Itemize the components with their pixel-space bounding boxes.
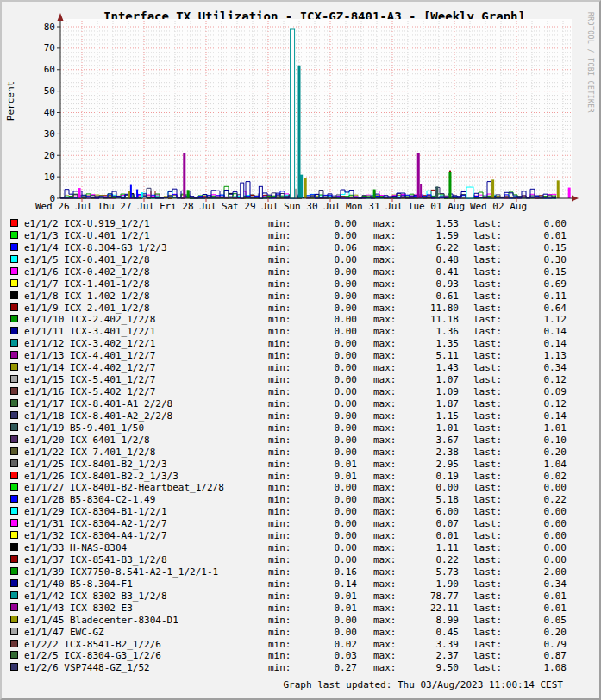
- series-last-value: 0.01: [491, 603, 567, 614]
- x-tick-label: Thu 27 Jul: [97, 201, 154, 212]
- series-max-value: 0.93: [391, 278, 459, 290]
- series-last-value: 0.09: [491, 386, 567, 397]
- series-color-swatch: [10, 543, 18, 551]
- legend-row: e1/1/14 ICX-4.402_1/2/7min:0.00max:1.43l…: [2, 362, 601, 374]
- series-min-value: 0.00: [286, 554, 357, 566]
- series-label: e1/2/5 ICX-8304-G3_1/2/6: [24, 650, 161, 661]
- series-last-value: 0.12: [491, 398, 567, 409]
- legend-row: e1/1/11 ICX-3.401_1/2/1min:0.00max:1.36l…: [2, 326, 601, 338]
- series-color-swatch: [10, 231, 18, 239]
- legend-row: e1/1/13 ICX-4.401_1/2/7min:0.00max:5.11l…: [2, 350, 601, 362]
- series-color-swatch: [10, 519, 18, 527]
- legend-row: e1/1/19 B5-9.401_1/50min:0.00max:1.01las…: [2, 422, 601, 434]
- mrtg-weekly-graph-page: Interface TX Utilization - ICX-GZ-8401-A…: [0, 0, 601, 700]
- series-color-swatch: [10, 603, 18, 611]
- series-label: e1/1/17 ICX-8.401-A1_2/2/8: [24, 398, 172, 409]
- series-last-value: 0.00: [491, 530, 567, 541]
- series-label: e1/1/33 H-NAS-8304: [24, 542, 127, 553]
- series-last-value: 0.14: [491, 326, 567, 337]
- series-last-value: 0.34: [491, 362, 567, 373]
- series-last-value: 2.00: [491, 566, 567, 578]
- series-color-swatch: [10, 435, 18, 443]
- series-min-value: 0.00: [286, 230, 357, 241]
- series-label: e1/2/2 ICX-8541-B2_1/2/6: [24, 639, 161, 650]
- legend-row: e1/1/28 B5-8304-C2-1.49min:0.00max:5.18l…: [2, 494, 601, 506]
- series-label: e1/1/3 ICX-U.401_1/2/1: [24, 230, 150, 241]
- series-last-value: 0.02: [491, 471, 567, 482]
- series-max-value: 0.41: [391, 266, 459, 278]
- x-tick-label: Fri 28 Jul: [160, 201, 216, 212]
- series-label: e1/1/13 ICX-4.401_1/2/7: [24, 350, 155, 361]
- y-tick-label: 30: [44, 128, 55, 140]
- series-last-value: 0.00: [491, 554, 567, 566]
- x-tick-label: Mon 31 Jul: [346, 201, 403, 212]
- series-color-swatch: [10, 351, 18, 359]
- legend-row: e1/1/5 ICX-0.401_1/2/8min:0.00max:0.48la…: [2, 254, 601, 266]
- legend-row: e1/1/16 ICX-5.402_1/2/7min:0.00max:1.09l…: [2, 386, 601, 398]
- series-last-value: 0.00: [491, 506, 567, 517]
- series-color-swatch: [10, 663, 18, 671]
- series-label: e1/1/43 ICX-8302-E3: [24, 603, 133, 614]
- series-max-value: 8.99: [391, 615, 459, 626]
- series-last-value: 1.04: [491, 459, 567, 470]
- series-max-value: 2.38: [391, 447, 459, 458]
- series-last-value: 0.30: [491, 254, 567, 266]
- series-min-value: 0.00: [286, 266, 357, 278]
- series-min-value: 0.01: [286, 459, 357, 470]
- series-label: e1/1/6 ICX-0.402_1/2/8: [24, 266, 150, 278]
- series-min-value: 0.01: [286, 471, 357, 482]
- series-color-swatch: [10, 255, 18, 263]
- series-label: e1/1/47 EWC-GZ: [24, 627, 104, 638]
- series-max-value: 5.73: [391, 566, 459, 578]
- series-max-value: 0.61: [391, 291, 459, 302]
- series-last-value: 0.69: [491, 278, 567, 290]
- legend-row: e1/1/33 H-NAS-8304min:0.00max:1.11last:0…: [2, 542, 601, 554]
- last-updated-text: Graph last updated: Thu 03/Aug/2023 11:0…: [283, 679, 563, 691]
- x-tick-label: Sat 29 Jul: [222, 201, 279, 212]
- series-label: e1/1/29 ICX-8304-B1-1/2/1: [24, 506, 167, 517]
- series-label: e1/1/26 ICX-8401-B2-2_1/3/3: [24, 471, 178, 482]
- series-min-value: 0.00: [286, 542, 357, 553]
- legend-row: e1/1/6 ICX-0.402_1/2/8min:0.00max:0.41la…: [2, 266, 601, 278]
- legend-row: e1/1/26 ICX-8401-B2-2_1/3/3min:0.01max:0…: [2, 471, 601, 483]
- series-color-swatch: [10, 399, 18, 407]
- series-min-value: 0.00: [286, 350, 357, 361]
- series-label: e1/1/31 ICX-8304-A2-1/2/7: [24, 518, 167, 529]
- series-color-swatch: [10, 651, 18, 659]
- series-last-value: 0.20: [491, 447, 567, 458]
- series-min-value: 0.16: [286, 566, 357, 578]
- series-min-value: 0.00: [286, 506, 357, 517]
- series-label: e1/1/37 ICX-8541-B3_1/2/8: [24, 554, 167, 566]
- series-min-value: 0.14: [286, 578, 357, 590]
- legend-row: e1/1/9 ICX-2.401_1/2/8min:0.00max:11.80l…: [2, 303, 601, 315]
- series-min-value: 0.00: [286, 314, 357, 325]
- series-last-value: 0.11: [491, 291, 567, 302]
- series-color-swatch: [10, 303, 18, 311]
- legend-row: e1/1/45 Bladecenter-8304-D1min:0.00max:8…: [2, 615, 601, 627]
- series-color-swatch: [10, 640, 18, 647]
- series-color-swatch: [10, 279, 18, 287]
- series-label: e1/1/14 ICX-4.402_1/2/7: [24, 362, 155, 373]
- series-min-value: 0.00: [286, 434, 357, 446]
- series-color-swatch: [10, 579, 18, 587]
- series-label: e1/1/7 ICX-1.401-1/2/8: [24, 278, 150, 290]
- y-tick-label: 70: [44, 42, 55, 53]
- legend-row: e1/1/32 ICX-8304-A4-1/2/7min:0.00max:0.0…: [2, 530, 601, 542]
- legend-row: e1/1/31 ICX-8304-A2-1/2/7min:0.00max:0.0…: [2, 518, 601, 530]
- series-max-value: 5.18: [391, 494, 459, 505]
- series-color-swatch: [10, 339, 18, 347]
- series-min-value: 0.00: [286, 254, 357, 266]
- legend-row: e1/1/22 ICX-7.401_1/2/8min:0.00max:2.38l…: [2, 447, 601, 459]
- series-last-value: 0.87: [491, 650, 567, 661]
- series-last-value: 0.34: [491, 578, 567, 590]
- series-last-value: 0.00: [491, 482, 567, 493]
- series-min-value: 0.00: [286, 398, 357, 409]
- series-color-swatch: [10, 315, 18, 322]
- series-label: e1/1/27 ICX-8401-B2-Heartbeat_1/2/8: [24, 482, 224, 493]
- series-label: e1/1/40 B5-8.304-F1: [24, 578, 133, 590]
- series-max-value: 1.11: [391, 542, 459, 553]
- series-max-value: 9.50: [391, 662, 459, 673]
- y-tick-label: 60: [44, 64, 55, 75]
- series-label: e1/1/28 B5-8304-C2-1.49: [24, 494, 155, 505]
- utilization-chart-svg: 01020304050607080Wed 26 JulThu 27 JulFri…: [2, 2, 601, 217]
